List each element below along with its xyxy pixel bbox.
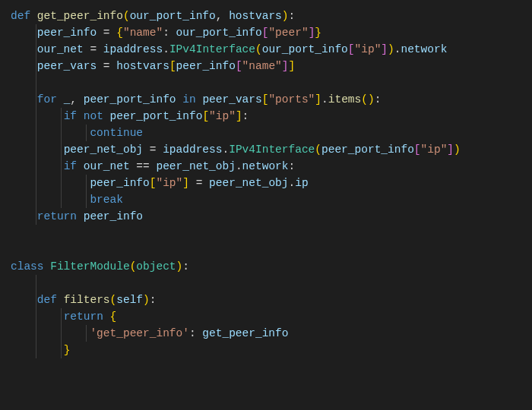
- code-line: 'get_peer_info': get_peer_info: [11, 327, 288, 339]
- code-line: peer_net_obj = ipaddress.IPv4Interface(p…: [11, 144, 461, 156]
- code-editor: def get_peer_info(our_port_info, hostvar…: [0, 0, 532, 366]
- code-line: def get_peer_info(our_port_info, hostvar…: [11, 10, 295, 22]
- code-line: peer_info["ip"] = peer_net_obj.ip: [11, 177, 309, 189]
- code-line: if not peer_port_info["ip"]:: [11, 110, 249, 122]
- code-line: continue: [11, 127, 143, 139]
- code-line: return {: [11, 311, 116, 323]
- code-line: }: [11, 344, 70, 356]
- code-line: peer_vars = hostvars[peer_info["name"]]: [11, 60, 295, 72]
- code-line: class FilterModule(object):: [11, 260, 189, 273]
- code-line: for _, peer_port_info in peer_vars["port…: [11, 93, 381, 106]
- code-line: return peer_info: [11, 210, 143, 222]
- code-line: our_net = ipaddress.IPv4Interface(our_po…: [11, 43, 447, 55]
- code-line: break: [11, 194, 123, 206]
- code-line: if our_net == peer_net_obj.network:: [11, 160, 295, 172]
- code-line: def filters(self):: [11, 294, 156, 306]
- code-line: peer_info = {"name": our_port_info["peer…: [11, 27, 321, 39]
